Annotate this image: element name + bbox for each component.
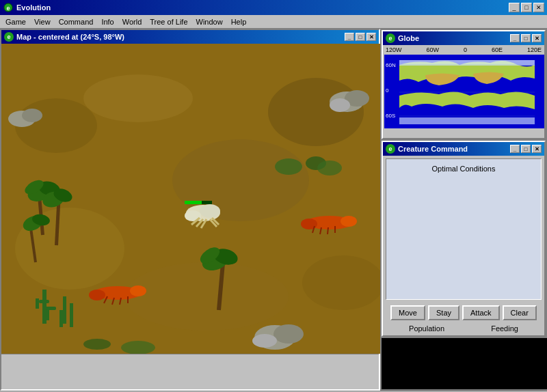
svg-point-6 — [268, 78, 364, 146]
svg-point-68 — [83, 339, 111, 350]
svg-rect-35 — [59, 310, 63, 327]
command-bottom-labels: Population Feeding — [386, 324, 542, 333]
optimal-conditions-label: Optimal Conditions — [432, 165, 496, 173]
svg-point-64 — [275, 158, 302, 175]
creature-command-buttons: Move Stay Attack Clear — [386, 305, 542, 320]
globe-content: 120W 60W 0 60E 120E 60N 0 60S — [383, 45, 544, 139]
svg-point-17 — [252, 334, 277, 348]
lon-label-60e: 60E — [492, 46, 503, 53]
lon-label-120e: 120E — [527, 46, 542, 53]
creature-command-content: Optimal Conditions Move Stay Attack Clea… — [383, 156, 544, 335]
menu-game[interactable]: Game — [1, 16, 30, 27]
optimal-conditions-display: Optimal Conditions — [386, 158, 542, 300]
svg-point-8 — [124, 262, 289, 331]
svg-rect-32 — [46, 307, 56, 310]
svg-point-16 — [274, 324, 304, 344]
feeding-label: Feeding — [491, 324, 518, 333]
svg-point-52 — [89, 290, 105, 300]
svg-rect-74 — [399, 117, 535, 124]
globe-title-bar: e Globe _ □ ✕ — [383, 31, 544, 45]
creature-command-panel: e Creature Command _ □ ✕ Optimal Conditi… — [382, 141, 546, 337]
svg-point-58 — [341, 216, 357, 227]
creature-close-btn[interactable]: ✕ — [532, 145, 542, 153]
globe-title: Globe — [398, 34, 419, 42]
terrain-svg — [1, 44, 380, 354]
creature-command-title-bar: e Creature Command _ □ ✕ — [383, 142, 544, 156]
lon-label-60w: 60W — [426, 46, 439, 53]
map-status-bar — [1, 354, 379, 369]
globe-icon: e — [386, 33, 395, 43]
main-content: e Map - centered at (24°S, 98°W) _ □ ✕ — [0, 29, 547, 391]
svg-point-41 — [200, 204, 220, 218]
globe-close-btn[interactable]: ✕ — [532, 34, 542, 42]
globe-maximize-btn[interactable]: □ — [521, 34, 531, 42]
creature-minimize-btn[interactable]: _ — [510, 145, 520, 153]
map-panel: e Map - centered at (24°S, 98°W) _ □ ✕ — [0, 29, 380, 391]
svg-point-66 — [317, 160, 342, 176]
svg-rect-30 — [36, 298, 39, 309]
svg-rect-44 — [185, 201, 202, 204]
map-maximize-btn[interactable]: □ — [356, 33, 365, 41]
creature-command-window-controls: _ □ ✕ — [510, 145, 542, 153]
map-minimize-btn[interactable]: _ — [345, 33, 354, 41]
map-window-controls: _ □ ✕ — [345, 33, 376, 41]
menu-window[interactable]: Window — [192, 16, 227, 27]
svg-text:e: e — [6, 5, 10, 12]
menu-info[interactable]: Info — [97, 16, 118, 27]
move-button[interactable]: Move — [390, 305, 425, 320]
map-close-btn[interactable]: ✕ — [366, 33, 376, 41]
globe-panel: e Globe _ □ ✕ 120W 60W 0 60E 120E — [382, 30, 546, 139]
right-panel: e Globe _ □ ✕ 120W 60W 0 60E 120E — [380, 29, 547, 391]
svg-point-4 — [83, 74, 193, 122]
attack-button[interactable]: Attack — [462, 305, 500, 320]
population-label: Population — [409, 324, 444, 333]
app-window-controls: _ □ ✕ — [509, 3, 544, 12]
menu-view[interactable]: View — [30, 16, 55, 27]
menu-command[interactable]: Command — [55, 16, 98, 27]
map-window-icon: e — [4, 32, 14, 42]
svg-rect-34 — [70, 303, 73, 327]
globe-window-controls: _ □ ✕ — [510, 34, 542, 42]
svg-point-14 — [22, 109, 42, 122]
lon-label-0: 0 — [464, 46, 467, 53]
globe-longitude-labels: 120W 60W 0 60E 120E — [384, 46, 543, 53]
app-maximize-btn[interactable]: □ — [521, 3, 532, 12]
map-title-bar: e Map - centered at (24°S, 98°W) _ □ ✕ — [1, 30, 379, 44]
app-minimize-btn[interactable]: _ — [509, 3, 520, 12]
svg-rect-29 — [39, 300, 49, 303]
svg-point-12 — [330, 98, 350, 112]
svg-point-59 — [301, 219, 317, 229]
app-title-bar: e Evolution _ □ ✕ — [0, 0, 547, 15]
app-close-btn[interactable]: ✕ — [533, 3, 544, 12]
map-viewport[interactable] — [1, 44, 380, 354]
svg-text:60N: 60N — [386, 62, 396, 68]
creature-maximize-btn[interactable]: □ — [521, 145, 531, 153]
svg-point-51 — [130, 285, 146, 296]
clear-button[interactable]: Clear — [503, 305, 537, 320]
app-title: Evolution — [16, 3, 509, 12]
creature-command-title: Creature Command — [398, 145, 468, 153]
app-icon: e — [3, 2, 14, 13]
creature-command-icon: e — [386, 144, 395, 154]
svg-text:0: 0 — [386, 87, 389, 94]
bottom-black-area — [382, 338, 547, 389]
lon-label-120w: 120W — [386, 46, 402, 53]
globe-map-svg: 60N 0 60S — [384, 55, 544, 128]
globe-minimize-btn[interactable]: _ — [510, 34, 520, 42]
map-title: Map - centered at (24°S, 98°W) — [16, 33, 124, 41]
menu-tree-of-life[interactable]: Tree of Life — [146, 16, 191, 27]
svg-text:60S: 60S — [386, 113, 395, 119]
menu-bar: Game View Command Info World Tree of Lif… — [0, 15, 547, 29]
menu-help[interactable]: Help — [227, 16, 251, 27]
svg-line-62 — [328, 227, 328, 234]
menu-world[interactable]: World — [118, 16, 146, 27]
stay-button[interactable]: Stay — [428, 305, 459, 320]
svg-rect-33 — [63, 296, 66, 324]
